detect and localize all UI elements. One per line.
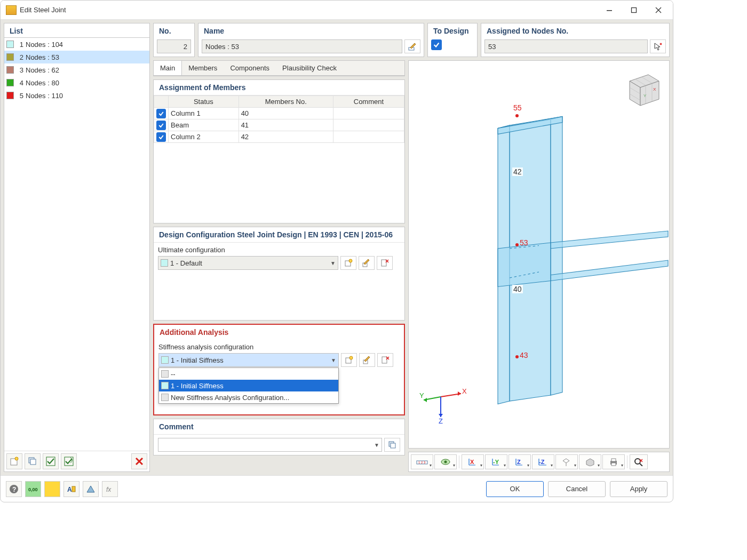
member-label-top: 42 [512,167,523,176]
col-members: Members No. [239,96,333,108]
svg-marker-26 [498,243,551,287]
units-icon[interactable]: 0,00 [25,481,41,497]
color-swatch [6,79,14,86]
preview-icon[interactable] [83,481,99,497]
check-all-icon[interactable] [43,453,59,469]
comment-title: Comment [154,419,404,435]
print-icon[interactable]: ▾ [602,454,625,469]
comment-section: Comment ▼ [153,419,405,455]
cell-comment [333,119,404,131]
svg-point-52 [444,461,447,463]
function-icon[interactable]: fx [102,481,118,497]
tab-components[interactable]: Components [224,61,276,75]
svg-text:Y: Y [643,93,647,98]
main-row: MainMembersComponentsPlausibility Check … [153,60,670,472]
list-item[interactable]: 1Nodes : 104 [4,38,149,51]
svg-rect-0 [607,10,612,11]
name-input[interactable]: Nodes : 53 [202,39,402,53]
axis-x-icon[interactable]: X▾ [462,454,484,469]
axis-y-icon[interactable]: -Y▾ [485,454,507,469]
pick-nodes-icon[interactable] [650,39,666,53]
list-item[interactable]: 2Nodes : 53 [4,51,149,63]
apply-button[interactable]: Apply [610,481,667,497]
edit-name-icon[interactable] [404,39,420,53]
stiffness-dropdown[interactable]: --1 - Initial SiffnessNew Stiffness Anal… [158,367,339,404]
svg-marker-21 [551,117,562,396]
new-icon[interactable] [6,453,22,469]
no-input[interactable]: 2 [157,39,191,53]
assigned-nodes-input[interactable]: 53 [484,39,648,53]
comment-input[interactable]: ▼ [158,438,382,452]
dialog-content: List 1Nodes : 1042Nodes : 533Nodes : 624… [1,20,673,475]
list-header: List [4,23,149,38]
list-item-label: Nodes : 110 [26,92,63,100]
color-swatch [6,53,14,61]
to-design-box: To Design [427,23,478,57]
axes-gizmo: X Y Z [419,382,467,425]
row-checkbox[interactable] [156,109,166,118]
cell-status: Column 1 [169,108,239,119]
tab-main[interactable]: Main [154,61,182,75]
iso-view-icon[interactable]: ▾ [555,454,578,469]
zoom-check-icon[interactable] [630,454,648,469]
view-column: 55 53 43 42 40 [408,60,670,472]
cell-members: 42 [239,131,333,143]
new-stiffness-icon[interactable] [341,353,357,367]
stiffness-config-value: 1 - Initial Siffness [171,356,329,364]
delete-icon[interactable] [131,453,147,469]
list-item[interactable]: 5Nodes : 110 [4,89,149,102]
tab-plausibility-check[interactable]: Plausibility Check [276,61,343,75]
list-item-label: Nodes : 53 [26,53,59,61]
dropdown-option[interactable]: 1 - Initial Siffness [159,380,338,391]
copy-icon[interactable] [25,453,41,469]
cell-comment [333,108,404,119]
comment-library-icon[interactable] [384,438,400,452]
list-item-index: 4 [16,79,23,87]
to-design-checkbox[interactable] [431,39,442,50]
row-checkbox[interactable] [156,121,166,130]
dimensions-icon[interactable]: 1 2 3▾ [411,454,433,469]
titlebar: Edit Steel Joint [1,1,673,20]
axis-z-icon[interactable]: Z▾ [508,454,531,469]
tabs: MainMembersComponentsPlausibility Check [154,61,404,76]
svg-rect-18 [391,443,395,448]
text-format-icon[interactable]: A [63,481,80,497]
dropdown-option[interactable]: -- [159,368,338,380]
list-items[interactable]: 1Nodes : 1042Nodes : 533Nodes : 624Nodes… [4,38,149,451]
delete-stiffness-icon[interactable] [377,353,393,367]
list-toolbar [4,451,149,471]
dropdown-option[interactable]: New Stiffness Analysis Configuration... [159,391,338,403]
minimize-button[interactable] [597,2,622,18]
close-button[interactable] [646,2,671,18]
edit-config-icon[interactable] [359,256,375,270]
option-label: New Stiffness Analysis Configuration... [171,394,289,402]
svg-marker-41 [458,391,461,396]
new-config-icon[interactable] [340,256,356,270]
delete-config-icon[interactable] [377,256,393,270]
view-cube[interactable]: Y X [619,65,665,111]
svg-text:Z: Z [517,459,521,465]
option-label: -- [171,370,176,378]
tab-members[interactable]: Members [182,61,224,75]
option-swatch [161,370,169,378]
render-mode-icon[interactable]: ▾ [579,454,601,469]
list-panel: List 1Nodes : 1042Nodes : 533Nodes : 624… [4,23,150,472]
viewport-3d[interactable]: 55 53 43 42 40 [408,60,670,449]
row-checkbox[interactable] [156,132,166,142]
color-icon[interactable] [44,481,60,497]
edit-stiffness-icon[interactable] [359,353,375,367]
cancel-button[interactable]: Cancel [548,481,606,497]
list-item-label: Nodes : 80 [26,79,59,87]
ok-button[interactable]: OK [486,481,544,497]
uncheck-all-icon[interactable] [61,453,77,469]
stiffness-config-combo[interactable]: 1 - Initial Siffness ▼ --1 - Initial Sif… [158,353,339,367]
svg-rect-12 [382,260,386,266]
visibility-icon[interactable]: ▾ [434,454,457,469]
maximize-button[interactable] [622,2,646,18]
ultimate-config-combo[interactable]: 1 - Default ▼ [158,256,338,270]
list-item[interactable]: 3Nodes : 62 [4,63,149,76]
help-icon[interactable]: ? [6,481,22,497]
no-label: No. [154,23,194,37]
list-item[interactable]: 4Nodes : 80 [4,76,149,89]
axis-minus-z-icon[interactable]: -Z▾ [532,454,554,469]
